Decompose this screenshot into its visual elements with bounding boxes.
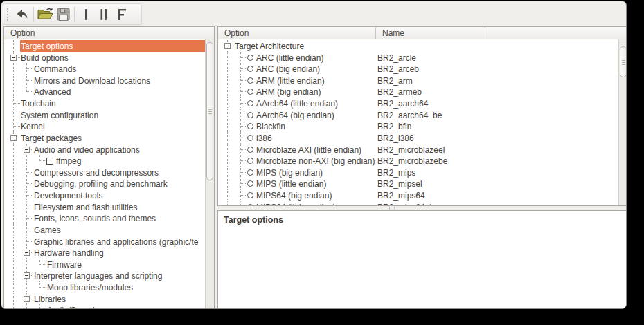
tree-item-mips-big-endian[interactable]: MIPS (big endian)BR2_mips <box>218 167 618 178</box>
tree-guide <box>7 63 20 75</box>
save-button[interactable] <box>54 6 72 24</box>
tree-item-advanced[interactable]: Advanced <box>4 86 205 98</box>
tree-item-kernel[interactable]: Kernel <box>4 120 205 132</box>
tree-item-target-architecture[interactable]: Target Architecture <box>218 40 618 52</box>
tree-item-graphic-libraries-and-applications-graphic-te[interactable]: Graphic libraries and applications (grap… <box>4 236 205 248</box>
tree-item-label: Blackfin <box>256 121 287 131</box>
tree-item-target-packages[interactable]: Target packages <box>4 132 205 144</box>
radio-unselected-icon[interactable] <box>247 112 253 118</box>
radio-unselected-icon[interactable] <box>247 180 253 187</box>
tree-item-arc-big-endian[interactable]: ARC (big endian)BR2_arceb <box>218 63 618 75</box>
tree-item-label: AArch64 (little endian) <box>256 98 339 109</box>
tree-item-audio-sound[interactable]: Audio/Sound <box>4 304 205 309</box>
collapse-minus-icon[interactable] <box>224 43 231 49</box>
tree-item-mips64-big-endian[interactable]: MIPS64 (big endian)BR2_mips64 <box>218 189 618 201</box>
left-scrollbar[interactable] <box>205 39 214 309</box>
tree-guide <box>7 293 20 305</box>
single-view-icon <box>80 8 92 21</box>
tree-guide <box>7 109 20 121</box>
collapse-minus-icon[interactable] <box>10 55 17 61</box>
radio-unselected-icon[interactable] <box>247 147 253 153</box>
collapse-minus-icon[interactable] <box>24 147 30 153</box>
tree-item-arc-little-endian[interactable]: ARC (little endian)BR2_arcle <box>218 52 618 64</box>
toolbar-drag-handle[interactable] <box>7 8 10 21</box>
radio-unselected-icon[interactable] <box>247 169 253 176</box>
collapse-minus-icon[interactable] <box>24 250 30 256</box>
tree-item-main: Hardware handling <box>33 247 205 259</box>
tree-item-i386[interactable]: i386BR2_i386 <box>218 132 618 144</box>
tree-item-libraries[interactable]: Libraries <box>4 293 205 305</box>
tree-item-arm-big-endian[interactable]: ARM (big endian)BR2_armeb <box>218 86 618 98</box>
collapse-minus-icon[interactable] <box>10 135 17 141</box>
tree-item-toolchain[interactable]: Toolchain <box>4 98 205 109</box>
right-scrollbar-thumb[interactable] <box>620 46 627 77</box>
tree-item-microblaze-axi-little-endian[interactable]: Microblaze AXI (little endian)BR2_microb… <box>218 144 618 156</box>
checkbox-unchecked-icon[interactable] <box>46 158 53 165</box>
right-scrollbar[interactable] <box>618 39 627 205</box>
option-column-header: Option <box>4 27 214 39</box>
tree-item-target-options[interactable]: Target options <box>4 40 205 52</box>
radio-unselected-icon[interactable] <box>247 158 253 164</box>
config-symbol-name: BR2_mips64el <box>377 203 431 205</box>
tree-item-mono-libraries-modules[interactable]: Mono libraries/modules <box>4 281 205 293</box>
radio-unselected-icon[interactable] <box>247 135 253 141</box>
tree-guide <box>20 86 33 98</box>
radio-unselected-icon[interactable] <box>247 55 253 61</box>
tree-item-system-configuration[interactable]: System configuration <box>4 109 205 121</box>
tree-item-aarch64-little-endian[interactable]: AArch64 (little endian)BR2_aarch64 <box>218 98 618 109</box>
radio-unselected-icon[interactable] <box>247 123 253 129</box>
tree-item-label: ARM (big endian) <box>256 86 322 97</box>
tree-item-main: ARM (big endian) <box>247 86 618 98</box>
radio-unselected-icon[interactable] <box>247 192 253 198</box>
tree-item-label: Target options <box>20 41 74 51</box>
tree-item-mips64-little-endian[interactable]: MIPS64 (little endian)BR2_mips64el <box>218 201 618 205</box>
open-button[interactable] <box>36 6 54 24</box>
radio-unselected-icon[interactable] <box>247 204 253 205</box>
tree-item-interpreter-languages-and-scripting[interactable]: Interpreter languages and scripting <box>4 270 205 281</box>
tree-guide <box>234 167 247 178</box>
tree-item-mips-little-endian[interactable]: MIPS (little endian)BR2_mipsel <box>218 178 618 189</box>
collapse-minus-icon[interactable] <box>24 296 30 302</box>
tree-item-label: MIPS64 (little endian) <box>256 202 337 205</box>
tree-item-debugging-profiling-and-benchmark[interactable]: Debugging, profiling and benchmark <box>4 178 205 189</box>
radio-unselected-icon[interactable] <box>247 89 253 95</box>
left-scrollbar-thumb[interactable] <box>206 42 213 180</box>
radio-unselected-icon[interactable] <box>247 100 253 106</box>
tree-item-audio-and-video-applications[interactable]: Audio and video applications <box>4 144 205 156</box>
horizontal-splitter[interactable] <box>389 207 395 210</box>
collapse-minus-icon[interactable] <box>24 272 30 279</box>
full-view-button[interactable] <box>113 6 131 24</box>
config-symbol-name: BR2_microblazebe <box>377 156 447 166</box>
tree-item-label: Build options <box>20 53 70 63</box>
radio-unselected-icon[interactable] <box>247 77 253 84</box>
tree-item-mirrors-and-download-locations[interactable]: Mirrors and Download locations <box>4 75 205 86</box>
tree-item-blackfin[interactable]: BlackfinBR2_bfin <box>218 120 618 132</box>
tree-item-build-options[interactable]: Build options <box>4 52 205 64</box>
tree-item-arm-little-endian[interactable]: ARM (little endian)BR2_arm <box>218 75 618 86</box>
tree-item-filesystem-and-flash-utilities[interactable]: Filesystem and flash utilities <box>4 201 205 213</box>
tree-item-hardware-handling[interactable]: Hardware handling <box>4 247 205 259</box>
tree-item-microblaze-non-axi-big-endian[interactable]: Microblaze non-AXI (big endian)BR2_micro… <box>218 155 618 167</box>
tree-item-commands[interactable]: Commands <box>4 63 205 75</box>
tree-item-aarch64-big-endian[interactable]: AArch64 (big endian)BR2_aarch64_be <box>218 109 618 121</box>
tree-guide <box>20 236 33 248</box>
tree-item-fonts-icons-sounds-and-themes[interactable]: Fonts, icons, sounds and themes <box>4 212 205 224</box>
tree-item-label: MIPS (big endian) <box>256 167 324 178</box>
undo-button[interactable] <box>13 6 31 24</box>
tree-item-main: MIPS (big endian) <box>247 167 618 178</box>
tree-item-games[interactable]: Games <box>4 224 205 236</box>
tree-guide <box>7 247 20 259</box>
tree-item-compressors-and-decompressors[interactable]: Compressors and decompressors <box>4 167 205 178</box>
split-view-button[interactable] <box>95 6 113 24</box>
tree-guide <box>234 144 247 156</box>
tree-item-firmware[interactable]: Firmware <box>4 259 205 270</box>
radio-unselected-icon[interactable] <box>247 66 253 72</box>
single-view-button[interactable] <box>77 6 95 24</box>
tree-item-label: Microblaze AXI (little endian) <box>256 145 363 155</box>
tree-item-ffmpeg[interactable]: ffmpeg <box>4 155 205 167</box>
tree-item-main: Target Architecture <box>234 40 618 52</box>
option-column-header: Option <box>218 27 376 39</box>
tree-guide <box>7 270 20 281</box>
tree-item-development-tools[interactable]: Development tools <box>4 189 205 201</box>
tree-item-main: Toolchain <box>20 98 205 109</box>
